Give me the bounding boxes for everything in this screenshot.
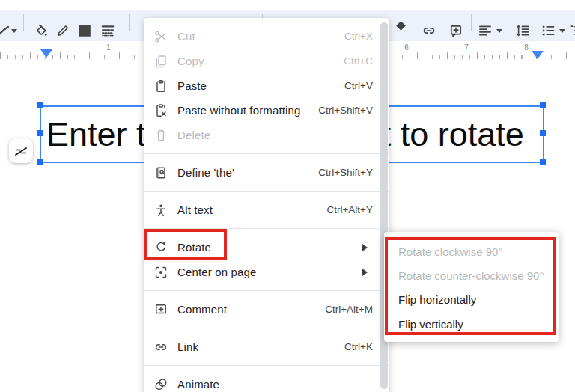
dictionary-icon bbox=[153, 165, 168, 180]
resize-handle-bottom-left[interactable] bbox=[37, 159, 43, 165]
align-left-icon[interactable] bbox=[478, 23, 493, 38]
numbered-list-icon[interactable] bbox=[569, 23, 575, 38]
comment-icon bbox=[153, 302, 168, 317]
trash-icon bbox=[153, 128, 168, 143]
select-tool-icon[interactable] bbox=[0, 23, 10, 38]
link-icon bbox=[153, 340, 168, 355]
ruler-number: 6 bbox=[404, 43, 409, 52]
scissors-icon bbox=[153, 29, 168, 44]
google-docs-window: 1 2 3 4 5 6 7 8 Enter the text you want … bbox=[0, 0, 575, 392]
fill-color-icon[interactable] bbox=[34, 23, 49, 38]
left-indent-marker[interactable] bbox=[40, 49, 52, 64]
add-comment-icon[interactable] bbox=[448, 23, 463, 38]
resize-handle-mid-right[interactable] bbox=[540, 130, 546, 136]
menu-item-paste[interactable]: Paste Ctrl+V bbox=[144, 73, 389, 98]
bulleted-list-icon[interactable] bbox=[541, 23, 556, 38]
line-spacing-icon[interactable] bbox=[515, 23, 530, 38]
ruler-number: 7 bbox=[464, 43, 469, 52]
copy-icon bbox=[153, 54, 168, 69]
submenu-arrow-icon bbox=[362, 244, 371, 251]
context-menu: Cut Ctrl+X Copy Ctrl+C Paste Ctrl+V Past… bbox=[144, 18, 389, 392]
ruler-number: 8 bbox=[524, 43, 529, 52]
border-weight-icon[interactable] bbox=[77, 23, 92, 38]
menu-item-copy[interactable]: Copy Ctrl+C bbox=[144, 49, 389, 73]
submenu-arrow-icon bbox=[362, 269, 371, 276]
align-dropdown-icon[interactable] bbox=[496, 29, 502, 36]
annotation-box-rotate bbox=[144, 229, 227, 260]
clipboard-no-format-icon bbox=[153, 103, 168, 118]
select-tool-dropdown-icon[interactable] bbox=[11, 29, 17, 36]
menu-separator bbox=[144, 191, 389, 192]
menu-separator bbox=[144, 328, 389, 328]
ruler-number: 1 bbox=[106, 43, 111, 52]
menu-separator bbox=[144, 365, 389, 366]
right-indent-marker[interactable] bbox=[532, 51, 544, 65]
insert-link-icon[interactable] bbox=[422, 23, 436, 38]
menu-item-center-on-page[interactable]: Center on page bbox=[144, 260, 389, 284]
annotation-box-submenu bbox=[385, 237, 556, 335]
text-wrap-icon bbox=[13, 143, 29, 159]
menu-item-comment[interactable]: Comment Ctrl+Alt+M bbox=[144, 297, 389, 322]
menu-item-alt-text[interactable]: Alt text Ctrl+Alt+Y bbox=[144, 197, 389, 222]
resize-handle-mid-left[interactable] bbox=[37, 130, 43, 136]
border-dash-icon[interactable] bbox=[100, 23, 115, 38]
paint-format-icon[interactable] bbox=[396, 21, 406, 31]
menu-item-cut[interactable]: Cut Ctrl+X bbox=[144, 24, 389, 49]
clipboard-icon bbox=[153, 79, 168, 94]
resize-handle-top-right[interactable] bbox=[540, 102, 546, 108]
menu-item-delete[interactable]: Delete bbox=[144, 123, 389, 147]
animate-icon bbox=[153, 377, 168, 392]
accessibility-icon bbox=[153, 203, 168, 218]
resize-handle-bottom-right[interactable] bbox=[540, 159, 546, 165]
text-wrap-options-button[interactable] bbox=[9, 138, 33, 163]
menu-item-animate[interactable]: Animate bbox=[144, 372, 389, 392]
center-on-page-icon bbox=[153, 265, 168, 280]
menu-item-paste-without-formatting[interactable]: Paste without formatting Ctrl+Shift+V bbox=[144, 98, 389, 123]
menu-item-define[interactable]: Define 'the' Ctrl+Shift+Y bbox=[144, 160, 389, 185]
border-color-icon[interactable] bbox=[55, 23, 70, 38]
bulleted-list-dropdown-icon[interactable] bbox=[559, 29, 565, 36]
menu-separator bbox=[144, 290, 389, 291]
menu-separator bbox=[144, 153, 389, 154]
resize-handle-top-left[interactable] bbox=[37, 102, 43, 108]
menu-item-link[interactable]: Link Ctrl+K bbox=[144, 334, 389, 359]
